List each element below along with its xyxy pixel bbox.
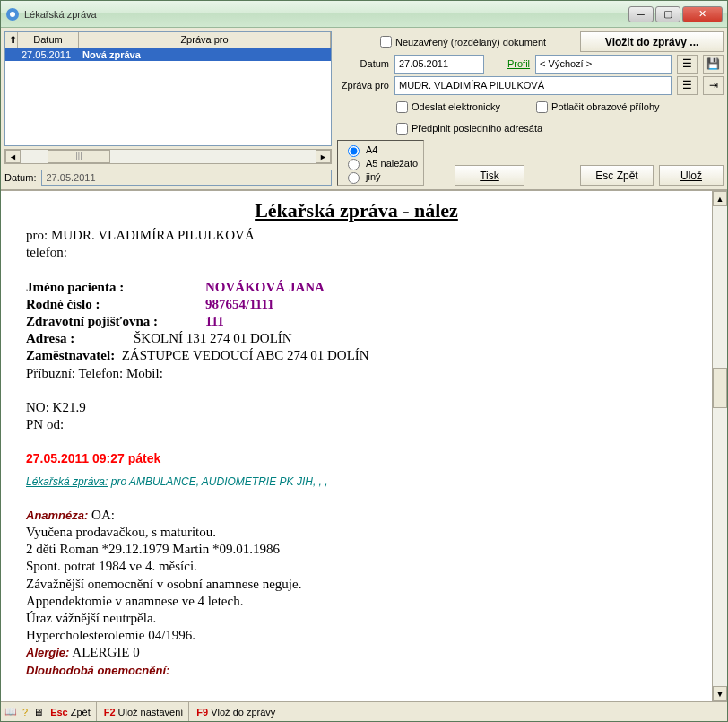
doc-vscrollbar[interactable]: ▲ ▼ [712, 191, 727, 701]
rc-value: 987654/1111 [205, 297, 274, 311]
zprava-pro-field[interactable] [394, 76, 672, 95]
lz-text: pro AMBULANCE, AUDIOMETRIE PK JIH, , , [108, 475, 327, 488]
alergie-label: Alergie: [26, 646, 69, 659]
zpet-button[interactable]: Esc Zpět [580, 165, 654, 186]
anam-label: Anamnéza: [26, 509, 88, 522]
profil-label[interactable]: Profil [507, 58, 530, 69]
adresa-label: Adresa : [26, 330, 134, 347]
close-button[interactable]: ✕ [682, 6, 723, 22]
datum-field[interactable] [394, 55, 484, 74]
app-icon [5, 7, 20, 22]
statusbar: 📖 ? 🖥 Esc Zpět F2 Ulož nastavení F9 Vlož… [1, 701, 727, 721]
radio-a5[interactable]: A5 naležato [343, 156, 418, 170]
sort-icon[interactable]: ⬆ [5, 32, 18, 48]
maximize-button[interactable]: ▢ [655, 6, 680, 22]
zprava-pro-label: Zpráva pro [335, 80, 389, 91]
pribuz-line: Příbuzní: Telefon: Mobil: [26, 365, 687, 382]
monitor-icon[interactable]: 🖥 [33, 707, 43, 718]
svg-point-1 [10, 12, 15, 17]
profil-browse-icon[interactable]: ☰ [677, 55, 698, 74]
anam-l1: Vyučena prodavačkou, s maturitou. [26, 524, 687, 541]
col-zprava-pro[interactable]: Zpráva pro [79, 32, 331, 48]
reports-list[interactable]: ⬆ Datum Zpráva pro 27.05.2011 Nová zpráv… [4, 31, 332, 146]
alergie-value: ALERGIE 0 [69, 645, 139, 659]
poj-label: Zdravotní pojišťovna : [26, 313, 205, 330]
profil-field[interactable] [535, 55, 672, 74]
anam-oa: OA: [88, 508, 115, 522]
list-hscrollbar[interactable]: ◄ ||| ► [4, 149, 332, 164]
vscroll-thumb[interactable] [713, 368, 727, 408]
recipient-browse-icon[interactable]: ☰ [677, 76, 698, 95]
status-f9[interactable]: F9 Vlož do zprávy [195, 702, 281, 721]
col-datum[interactable]: Datum [18, 32, 79, 48]
scroll-left-icon[interactable]: ◄ [5, 150, 21, 163]
book-icon[interactable]: 📖 [4, 706, 17, 718]
pn-line: PN od: [26, 416, 687, 433]
anam-l7: Hypercholesterolemie 04/1996. [26, 627, 687, 644]
scroll-down-icon[interactable]: ▼ [713, 686, 727, 701]
uloz-button[interactable]: Ulož [659, 165, 724, 186]
profil-save-icon[interactable]: 💾 [703, 55, 724, 74]
anam-l5: Appendektomie v anamnese ve 4 letech. [26, 593, 687, 610]
paper-size-group: A4 A5 naležato jiný [337, 140, 424, 186]
datum-input[interactable] [41, 170, 332, 186]
doc-pro: pro: MUDR. VLADIMÍRA PILULKOVÁ [26, 227, 687, 244]
status-esc[interactable]: Esc Zpět [48, 702, 97, 721]
dlouho-label: Dlouhodobá onemocnění: [26, 664, 169, 677]
potlacit-check[interactable]: Potlačit obrazové přílohy [536, 101, 659, 113]
datum-label2: Datum [335, 58, 389, 69]
tisk-button[interactable]: Tisk [455, 165, 524, 186]
anam-l2: 2 děti Roman *29.12.1979 Martin *09.01.1… [26, 541, 687, 558]
zam-value: ZÁSTUPCE VEDOUCÍ ABC 274 01 DOLÍN [122, 348, 369, 362]
anam-l4: Závažnější onemocnění v osobní anamnese … [26, 576, 687, 593]
jmeno-label: Jméno pacienta : [26, 279, 205, 296]
datum-label: Datum: [4, 172, 36, 183]
row-text: Nová zpráva [79, 48, 331, 61]
document-content[interactable]: Lékařská zpráva - nález pro: MUDR. VLADI… [1, 191, 712, 701]
anam-l6: Úraz vážnější neutrpěla. [26, 610, 687, 627]
row-date: 27.05.2011 [18, 48, 79, 61]
no-line: NO: K21.9 [26, 399, 687, 416]
zam-label: Zaměstnavatel: [26, 348, 115, 362]
window-title: Lékařská zpráva [24, 9, 627, 20]
scroll-right-icon[interactable]: ► [316, 150, 331, 163]
list-row[interactable]: 27.05.2011 Nová zpráva [5, 48, 331, 61]
predplnit-check[interactable]: Předplnit posledního adresáta [396, 123, 542, 135]
odeslat-check[interactable]: Odeslat elektronicky [396, 101, 500, 113]
help-icon[interactable]: ? [22, 707, 28, 718]
rc-label: Rodné číslo : [26, 296, 205, 313]
lz-head: Lékařská zpráva: [26, 475, 108, 488]
timestamp: 27.05.2011 09:27 pátek [26, 451, 687, 467]
neuzavreny-check[interactable]: Neuzavřený (rozdělaný) dokument [380, 36, 546, 48]
top-panel: ⬆ Datum Zpráva pro 27.05.2011 Nová zpráv… [1, 28, 727, 190]
minimize-button[interactable]: ─ [628, 6, 654, 22]
anam-l3: Spont. potrat 1984 ve 4. měsíci. [26, 558, 687, 575]
poj-value: 111 [205, 314, 224, 328]
document-area: Lékařská zpráva - nález pro: MUDR. VLADI… [1, 190, 727, 701]
doc-telefon: telefon: [26, 244, 687, 261]
hscroll-thumb[interactable]: ||| [48, 150, 110, 163]
status-f2[interactable]: F2 Ulož nastavení [102, 702, 190, 721]
adresa-value: ŠKOLNÍ 131 274 01 DOLÍN [134, 331, 292, 345]
titlebar: Lékařská zpráva ─ ▢ ✕ [1, 1, 727, 28]
radio-a4[interactable]: A4 [343, 143, 418, 156]
list-header: ⬆ Datum Zpráva pro [5, 32, 331, 48]
vlozit-button[interactable]: Vložit do zprávy ... [580, 31, 724, 52]
scroll-up-icon[interactable]: ▲ [713, 191, 727, 206]
radio-jiny[interactable]: jiný [343, 170, 418, 183]
jmeno-value: NOVÁKOVÁ JANA [205, 280, 325, 294]
doc-title: Lékařská zpráva - nález [26, 198, 687, 223]
recipient-action-icon[interactable]: ⇥ [703, 76, 724, 95]
